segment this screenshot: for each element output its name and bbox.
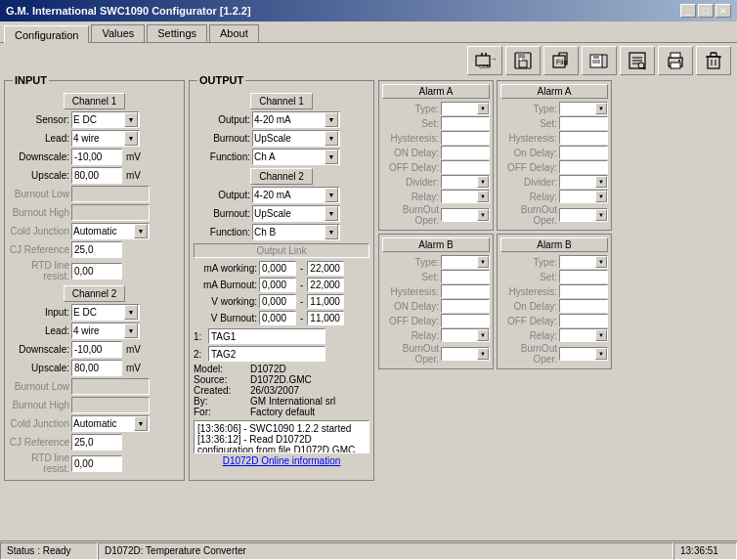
alarm-a-col2-title[interactable]: Alarm A: [500, 84, 608, 99]
alarm-b-on-input[interactable]: [441, 299, 490, 313]
ch2-lead-arrow[interactable]: ▼: [124, 323, 138, 338]
alarm-b-type-combo[interactable]: ▼: [441, 255, 490, 269]
alarm-b-set-input[interactable]: [441, 270, 490, 283]
alarm-a-on-input[interactable]: [441, 146, 490, 159]
alarm-b-hyst-input[interactable]: [441, 284, 490, 298]
ch2-burnout-low-input[interactable]: [71, 378, 150, 395]
alarm-b2-set-input[interactable]: [559, 270, 608, 283]
com-button[interactable]: COM→: [467, 46, 502, 75]
ch2-input-combo[interactable]: E DC ▼: [71, 304, 140, 321]
alarm-a2-divider-combo[interactable]: ▼: [559, 175, 608, 189]
alarm-a-divider-arrow[interactable]: ▼: [477, 176, 489, 188]
alarm-b-relay-combo[interactable]: ▼: [441, 328, 490, 342]
minimize-button[interactable]: _: [680, 4, 696, 18]
alarm-a-burnout-arrow[interactable]: ▼: [477, 209, 489, 221]
sensor-combo-arrow[interactable]: ▼: [124, 112, 138, 127]
alarm-b2-hyst-input[interactable]: [559, 284, 608, 298]
alarm-a2-type-combo[interactable]: ▼: [559, 102, 608, 115]
alarm-a2-relay-arrow[interactable]: ▼: [595, 191, 607, 202]
alarm-a-hyst-input[interactable]: [441, 131, 490, 145]
alarm-a-col1-title[interactable]: Alarm A: [382, 84, 490, 99]
alarm-b-off-input[interactable]: [441, 314, 490, 327]
save-small-button[interactable]: [505, 46, 541, 75]
ch2-burnout-high-input[interactable]: [71, 397, 150, 413]
close-button[interactable]: ✕: [715, 4, 731, 18]
alarm-a-set-input[interactable]: [441, 116, 490, 130]
print-button[interactable]: [658, 46, 693, 75]
out2-output-combo[interactable]: 4-20 mA ▼: [252, 187, 340, 203]
output-channel2-button[interactable]: Channel 2: [250, 168, 313, 185]
out2-output-arrow[interactable]: ▼: [325, 188, 338, 202]
cold-junction-arrow[interactable]: ▼: [134, 224, 148, 238]
alarm-a-type-arrow[interactable]: ▼: [477, 103, 489, 114]
rtd-line-input[interactable]: [71, 263, 122, 280]
alarm-a-off-input[interactable]: [441, 160, 490, 174]
online-info-link[interactable]: D1072D Online information: [194, 455, 369, 466]
lead-combo-arrow[interactable]: ▼: [124, 131, 138, 146]
out1-output-arrow[interactable]: ▼: [325, 112, 338, 127]
input-channel1-button[interactable]: Channel 1: [64, 93, 126, 109]
out1-output-combo[interactable]: 4-20 mA ▼: [252, 111, 340, 128]
output-channel1-button[interactable]: Channel 1: [250, 93, 313, 109]
out2-function-combo[interactable]: Ch B ▼: [252, 224, 340, 240]
v-working-from[interactable]: [259, 294, 296, 309]
ma-working-to[interactable]: [307, 261, 344, 276]
alarm-b2-burnout-combo[interactable]: ▼: [559, 347, 608, 361]
alarm-b-burnout-arrow[interactable]: ▼: [477, 348, 489, 360]
alarm-a2-hyst-input[interactable]: [559, 131, 608, 145]
v-working-to[interactable]: [307, 294, 344, 309]
ma-burnout-from[interactable]: [259, 278, 296, 292]
alarm-b2-on-input[interactable]: [559, 299, 608, 313]
alarm-a2-set-input[interactable]: [559, 116, 608, 130]
cj-reference-input[interactable]: [71, 241, 122, 258]
sensor-combo[interactable]: E DC ▼: [71, 111, 140, 128]
alarm-a-divider-combo[interactable]: ▼: [441, 175, 490, 189]
out1-function-arrow[interactable]: ▼: [325, 150, 338, 164]
ma-burnout-to[interactable]: [307, 278, 344, 292]
tab-values[interactable]: Values: [91, 24, 145, 42]
ch2-upscale-input[interactable]: [71, 360, 122, 376]
input-channel2-button[interactable]: Channel 2: [64, 285, 126, 302]
cold-junction-combo[interactable]: Automatic ▼: [71, 223, 150, 239]
alarm-b2-relay-arrow[interactable]: ▼: [595, 329, 607, 341]
tab-about[interactable]: About: [209, 24, 259, 42]
ch2-cold-junction-combo[interactable]: Automatic ▼: [71, 415, 150, 432]
ch2-cold-junction-arrow[interactable]: ▼: [134, 416, 148, 431]
v-burnout-from[interactable]: [259, 311, 296, 325]
tag1-input[interactable]: [208, 328, 325, 344]
ch2-input-arrow[interactable]: ▼: [124, 305, 138, 320]
tab-configuration[interactable]: Configuration: [4, 25, 89, 43]
tab-settings[interactable]: Settings: [147, 24, 207, 42]
out1-burnout-combo[interactable]: UpScale ▼: [252, 130, 340, 147]
out1-function-combo[interactable]: Ch A ▼: [252, 149, 340, 165]
ch2-cj-reference-input[interactable]: [71, 434, 122, 451]
alarm-a-relay-arrow[interactable]: ▼: [477, 191, 489, 202]
file-save-button[interactable]: [582, 46, 617, 75]
burnout-low-input[interactable]: [71, 186, 150, 202]
alarm-a2-type-arrow[interactable]: ▼: [595, 103, 607, 114]
ch2-rtd-line-input[interactable]: [71, 455, 122, 472]
alarm-b-type-arrow[interactable]: ▼: [477, 256, 489, 268]
ch2-downscale-input[interactable]: [71, 341, 122, 358]
alarm-b-burnout-combo[interactable]: ▼: [441, 347, 490, 361]
alarm-a2-divider-arrow[interactable]: ▼: [595, 176, 607, 188]
alarm-a-type-combo[interactable]: ▼: [441, 102, 490, 115]
maximize-button[interactable]: □: [698, 4, 714, 18]
alarm-a2-off-input[interactable]: [559, 160, 608, 174]
alarm-b-col2-title[interactable]: Alarm B: [500, 237, 608, 252]
out2-burnout-arrow[interactable]: ▼: [325, 206, 338, 221]
out2-function-arrow[interactable]: ▼: [325, 225, 338, 239]
out2-burnout-combo[interactable]: UpScale ▼: [252, 205, 340, 222]
alarm-a-relay-combo[interactable]: ▼: [441, 190, 490, 203]
alarm-b-relay-arrow[interactable]: ▼: [477, 329, 489, 341]
alarm-a2-relay-combo[interactable]: ▼: [559, 190, 608, 203]
alarm-a2-on-input[interactable]: [559, 146, 608, 159]
tag2-input[interactable]: [208, 346, 325, 362]
detail-button[interactable]: [620, 46, 655, 75]
alarm-b2-burnout-arrow[interactable]: ▼: [595, 348, 607, 360]
v-burnout-to[interactable]: [307, 311, 344, 325]
alarm-a-burnout-combo[interactable]: ▼: [441, 208, 490, 222]
ma-working-from[interactable]: [259, 261, 296, 276]
downscale-input[interactable]: [71, 149, 122, 165]
file-open-button[interactable]: File: [543, 46, 579, 75]
